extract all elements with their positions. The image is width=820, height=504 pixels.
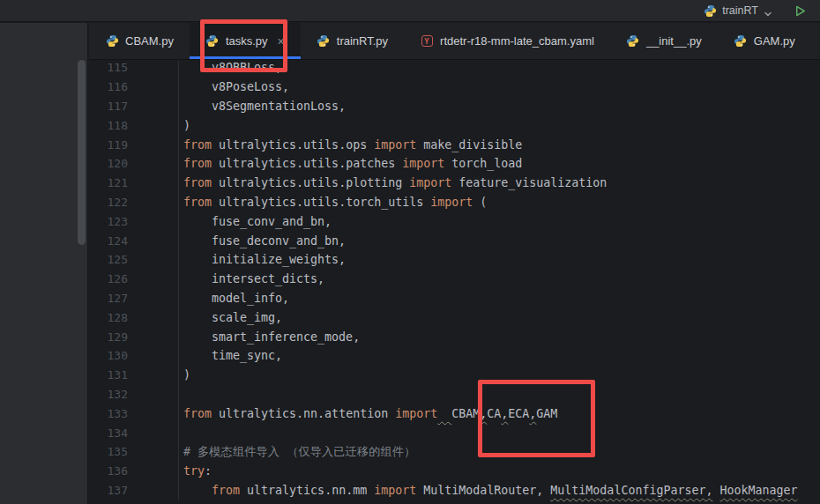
python-file-icon <box>105 34 119 48</box>
code-text: from ultralytics.nn.mm import MultiModal… <box>179 484 798 497</box>
line-number: 117 <box>89 97 179 116</box>
code-line[interactable]: 122from ultralytics.utils.torch_utils im… <box>89 193 820 212</box>
code-line[interactable]: 130 time_sync, <box>89 346 820 366</box>
tab-label: GAM.py <box>754 34 795 48</box>
tab-tasks-py[interactable]: tasks.py× <box>190 23 301 59</box>
line-number: 128 <box>89 308 179 327</box>
code-text: scale_img, <box>179 311 282 324</box>
tab-label: trainRT.py <box>337 34 388 48</box>
python-icon <box>703 4 717 18</box>
line-number: 137 <box>89 481 179 500</box>
code-text: smart_inference_mode, <box>179 330 360 344</box>
code-line[interactable]: 137 from ultralytics.nn.mm import MultiM… <box>89 481 820 500</box>
line-number: 116 <box>89 78 179 97</box>
line-number: 135 <box>89 442 179 462</box>
yaml-file-icon: Y <box>420 34 434 48</box>
line-number: 132 <box>89 385 179 404</box>
tab-cbam-py[interactable]: CBAM.py <box>89 23 190 59</box>
code-line[interactable]: 124 fuse_deconv_and_bn, <box>89 231 820 250</box>
code-line[interactable]: 129 smart_inference_mode, <box>89 327 820 346</box>
code-line[interactable]: 134 <box>89 423 820 442</box>
line-number: 136 <box>89 462 179 481</box>
line-number: 129 <box>89 327 179 346</box>
code-text: time_sync, <box>179 349 282 362</box>
python-file-icon <box>205 34 220 48</box>
code-text: try: <box>179 464 212 478</box>
tab-trainrt-py[interactable]: trainRT.py <box>301 23 404 59</box>
code-text: model_info, <box>179 292 289 305</box>
code-line[interactable]: 128 scale_img, <box>89 308 820 327</box>
line-number: 115 <box>89 61 179 78</box>
python-file-icon <box>626 34 640 48</box>
code-line[interactable]: 132 <box>89 385 820 404</box>
code-text: from ultralytics.utils.patches import to… <box>179 157 522 170</box>
line-number: 120 <box>89 154 179 174</box>
line-number: 118 <box>89 115 179 135</box>
code-line[interactable]: 135# 多模态组件导入 （仅导入已迁移的组件） <box>89 442 820 462</box>
code-line[interactable]: 127 model_info, <box>89 289 820 308</box>
run-configuration-name: trainRT <box>722 4 758 17</box>
line-number: 121 <box>89 174 179 193</box>
tab-label: CBAM.py <box>125 34 174 48</box>
tab-gam-py[interactable]: GAM.py <box>718 23 811 59</box>
code-text: v8PoseLoss, <box>179 80 289 93</box>
line-number: 123 <box>89 211 179 231</box>
code-text: initialize_weights, <box>179 253 346 266</box>
code-line[interactable]: 121from ultralytics.utils.plotting impor… <box>89 174 820 193</box>
code-text: from ultralytics.utils.torch_utils impor… <box>179 196 487 209</box>
line-number: 133 <box>89 404 179 423</box>
line-number: 125 <box>89 250 179 270</box>
code-text: ) <box>179 368 190 382</box>
line-number: 122 <box>89 193 179 212</box>
line-number: 119 <box>89 135 179 154</box>
code-line[interactable]: 133from ultralytics.nn.attention import … <box>89 404 820 423</box>
code-text: # 多模态组件导入 （仅导入已迁移的组件） <box>179 444 415 460</box>
code-line[interactable]: 126 intersect_dicts, <box>89 270 820 289</box>
code-text: fuse_deconv_and_bn, <box>179 234 346 248</box>
code-line[interactable]: 116 v8PoseLoss, <box>89 78 820 97</box>
code-text: intersect_dicts, <box>179 272 324 285</box>
line-number: 126 <box>89 270 179 289</box>
code-text: fuse_conv_and_bn, <box>179 215 332 228</box>
line-number: 124 <box>89 231 179 250</box>
tab--init-py[interactable]: __init__.py <box>610 23 718 59</box>
python-file-icon <box>734 34 748 48</box>
code-text: from ultralytics.utils.plotting import f… <box>179 176 607 189</box>
editor-tab-bar: CBAM.pytasks.py×trainRT.pyYrtdetr-r18-mm… <box>89 23 820 60</box>
left-panel-scrollbar[interactable] <box>78 60 86 245</box>
left-panel <box>0 23 88 504</box>
tab-label: tasks.py <box>226 34 268 48</box>
code-text: from ultralytics.nn.attention import CBA… <box>179 407 557 420</box>
tab-label: __init__.py <box>646 34 702 48</box>
main-toolbar: trainRT <box>0 0 820 22</box>
chevron-down-icon <box>764 6 772 15</box>
code-line[interactable]: 131) <box>89 366 820 385</box>
code-text: v8SegmentationLoss, <box>179 100 346 113</box>
run-button[interactable] <box>790 2 809 19</box>
code-line[interactable]: 117 v8SegmentationLoss, <box>89 97 820 116</box>
line-number: 127 <box>89 289 179 308</box>
code-line[interactable]: 136try: <box>89 462 820 481</box>
code-text: from ultralytics.utils.ops import make_d… <box>179 138 522 152</box>
tab-rtdetr-r18-mm-late-cbam-yaml[interactable]: Yrtdetr-r18-mm-late_cbam.yaml <box>404 23 610 59</box>
line-number: 130 <box>89 346 179 366</box>
line-number: 134 <box>89 423 179 442</box>
code-text: ) <box>179 119 190 132</box>
code-line[interactable]: 115 v8OBBLoss, <box>89 61 820 78</box>
ide-window: trainRT CBAM.pytasks.py×trainRT.pyYrtdet… <box>0 0 820 504</box>
code-text: v8OBBLoss, <box>179 61 282 74</box>
close-tab-icon[interactable]: × <box>278 35 285 48</box>
run-configuration-selector[interactable]: trainRT <box>699 3 776 19</box>
python-file-icon <box>317 34 331 48</box>
code-line[interactable]: 120from ultralytics.utils.patches import… <box>89 154 820 174</box>
tab-label: rtdetr-r18-mm-late_cbam.yaml <box>440 34 594 48</box>
code-line[interactable]: 119from ultralytics.utils.ops import mak… <box>89 135 820 154</box>
code-line[interactable]: 123 fuse_conv_and_bn, <box>89 211 820 231</box>
code-line[interactable]: 125 initialize_weights, <box>89 250 820 270</box>
line-number: 131 <box>89 366 179 385</box>
code-editor[interactable]: 115 v8OBBLoss,116 v8PoseLoss,117 v8Segme… <box>89 61 820 504</box>
code-line[interactable]: 118) <box>89 115 820 135</box>
